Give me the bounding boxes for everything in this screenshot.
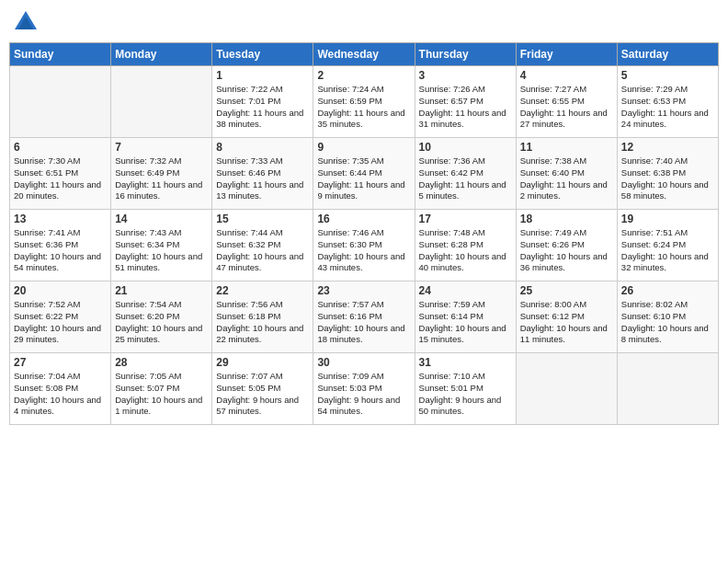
calendar-cell: 8Sunrise: 7:33 AM Sunset: 6:46 PM Daylig… — [212, 138, 313, 210]
day-info: Sunrise: 7:22 AM Sunset: 7:01 PM Dayligh… — [216, 84, 309, 131]
day-number: 18 — [520, 213, 613, 225]
day-info: Sunrise: 7:44 AM Sunset: 6:32 PM Dayligh… — [216, 227, 309, 274]
day-info: Sunrise: 7:41 AM Sunset: 6:36 PM Dayligh… — [14, 227, 107, 274]
calendar-cell: 10Sunrise: 7:36 AM Sunset: 6:42 PM Dayli… — [415, 138, 516, 210]
calendar-cell: 15Sunrise: 7:44 AM Sunset: 6:32 PM Dayli… — [212, 210, 313, 282]
week-row-5: 27Sunrise: 7:04 AM Sunset: 5:08 PM Dayli… — [10, 353, 719, 425]
day-number: 27 — [14, 356, 107, 369]
day-number: 8 — [216, 141, 309, 154]
calendar-cell: 27Sunrise: 7:04 AM Sunset: 5:08 PM Dayli… — [10, 353, 111, 425]
calendar-cell — [111, 66, 212, 138]
day-number: 22 — [216, 284, 309, 297]
day-number: 16 — [317, 213, 410, 225]
calendar-cell: 13Sunrise: 7:41 AM Sunset: 6:36 PM Dayli… — [10, 210, 111, 282]
weekday-header-wednesday: Wednesday — [313, 43, 415, 66]
day-number: 30 — [317, 356, 410, 369]
day-number: 10 — [419, 141, 512, 154]
week-row-4: 20Sunrise: 7:52 AM Sunset: 6:22 PM Dayli… — [10, 282, 719, 353]
day-info: Sunrise: 7:49 AM Sunset: 6:26 PM Dayligh… — [520, 227, 613, 274]
calendar-cell: 1Sunrise: 7:22 AM Sunset: 7:01 PM Daylig… — [212, 66, 313, 138]
day-number: 28 — [115, 356, 208, 369]
calendar-cell: 17Sunrise: 7:48 AM Sunset: 6:28 PM Dayli… — [415, 210, 516, 282]
weekday-header-sunday: Sunday — [10, 43, 111, 66]
day-number: 5 — [621, 69, 714, 82]
calendar-cell: 31Sunrise: 7:10 AM Sunset: 5:01 PM Dayli… — [415, 353, 516, 425]
calendar-cell: 26Sunrise: 8:02 AM Sunset: 6:10 PM Dayli… — [617, 282, 718, 353]
calendar-cell: 25Sunrise: 8:00 AM Sunset: 6:12 PM Dayli… — [516, 282, 617, 353]
calendar-cell: 30Sunrise: 7:09 AM Sunset: 5:03 PM Dayli… — [313, 353, 415, 425]
day-info: Sunrise: 7:46 AM Sunset: 6:30 PM Dayligh… — [317, 227, 410, 274]
day-number: 15 — [216, 213, 309, 225]
day-info: Sunrise: 7:38 AM Sunset: 6:40 PM Dayligh… — [520, 155, 613, 202]
calendar-cell: 2Sunrise: 7:24 AM Sunset: 6:59 PM Daylig… — [313, 66, 415, 138]
day-info: Sunrise: 7:30 AM Sunset: 6:51 PM Dayligh… — [14, 155, 107, 202]
calendar-cell: 18Sunrise: 7:49 AM Sunset: 6:26 PM Dayli… — [516, 210, 617, 282]
logo — [13, 9, 42, 35]
day-number: 31 — [419, 356, 512, 369]
day-info: Sunrise: 7:56 AM Sunset: 6:18 PM Dayligh… — [216, 299, 309, 346]
day-number: 1 — [216, 69, 309, 82]
day-info: Sunrise: 7:26 AM Sunset: 6:57 PM Dayligh… — [419, 84, 512, 131]
day-number: 25 — [520, 284, 613, 297]
day-info: Sunrise: 7:07 AM Sunset: 5:05 PM Dayligh… — [216, 371, 309, 418]
weekday-header-monday: Monday — [111, 43, 212, 66]
calendar-cell: 9Sunrise: 7:35 AM Sunset: 6:44 PM Daylig… — [313, 138, 415, 210]
week-row-2: 6Sunrise: 7:30 AM Sunset: 6:51 PM Daylig… — [10, 138, 719, 210]
day-number: 23 — [317, 284, 410, 297]
calendar-cell: 5Sunrise: 7:29 AM Sunset: 6:53 PM Daylig… — [617, 66, 718, 138]
day-number: 12 — [621, 141, 714, 154]
day-info: Sunrise: 7:32 AM Sunset: 6:49 PM Dayligh… — [115, 155, 208, 202]
day-info: Sunrise: 7:27 AM Sunset: 6:55 PM Dayligh… — [520, 84, 613, 131]
day-number: 24 — [419, 284, 512, 297]
calendar-cell: 4Sunrise: 7:27 AM Sunset: 6:55 PM Daylig… — [516, 66, 617, 138]
day-info: Sunrise: 7:35 AM Sunset: 6:44 PM Dayligh… — [317, 155, 410, 202]
day-info: Sunrise: 7:40 AM Sunset: 6:38 PM Dayligh… — [621, 155, 714, 202]
day-number: 20 — [14, 284, 107, 297]
day-number: 19 — [621, 213, 714, 225]
day-info: Sunrise: 7:29 AM Sunset: 6:53 PM Dayligh… — [621, 84, 714, 131]
calendar-cell: 28Sunrise: 7:05 AM Sunset: 5:07 PM Dayli… — [111, 353, 212, 425]
day-number: 26 — [621, 284, 714, 297]
day-info: Sunrise: 7:43 AM Sunset: 6:34 PM Dayligh… — [115, 227, 208, 274]
day-info: Sunrise: 7:10 AM Sunset: 5:01 PM Dayligh… — [419, 371, 512, 418]
weekday-header-thursday: Thursday — [415, 43, 516, 66]
day-number: 2 — [317, 69, 410, 82]
day-number: 13 — [14, 213, 107, 225]
logo-icon — [13, 9, 39, 35]
calendar-cell: 3Sunrise: 7:26 AM Sunset: 6:57 PM Daylig… — [415, 66, 516, 138]
calendar-table: SundayMondayTuesdayWednesdayThursdayFrid… — [9, 42, 719, 425]
calendar-cell: 16Sunrise: 7:46 AM Sunset: 6:30 PM Dayli… — [313, 210, 415, 282]
day-info: Sunrise: 7:33 AM Sunset: 6:46 PM Dayligh… — [216, 155, 309, 202]
calendar-cell — [10, 66, 111, 138]
calendar-cell: 24Sunrise: 7:59 AM Sunset: 6:14 PM Dayli… — [415, 282, 516, 353]
calendar-cell: 20Sunrise: 7:52 AM Sunset: 6:22 PM Dayli… — [10, 282, 111, 353]
day-info: Sunrise: 7:24 AM Sunset: 6:59 PM Dayligh… — [317, 84, 410, 131]
weekday-header-tuesday: Tuesday — [212, 43, 313, 66]
calendar-cell — [516, 353, 617, 425]
day-info: Sunrise: 7:04 AM Sunset: 5:08 PM Dayligh… — [14, 371, 107, 418]
day-number: 11 — [520, 141, 613, 154]
calendar-cell: 14Sunrise: 7:43 AM Sunset: 6:34 PM Dayli… — [111, 210, 212, 282]
calendar-cell: 19Sunrise: 7:51 AM Sunset: 6:24 PM Dayli… — [617, 210, 718, 282]
day-info: Sunrise: 8:00 AM Sunset: 6:12 PM Dayligh… — [520, 299, 613, 346]
calendar-cell: 29Sunrise: 7:07 AM Sunset: 5:05 PM Dayli… — [212, 353, 313, 425]
day-info: Sunrise: 7:05 AM Sunset: 5:07 PM Dayligh… — [115, 371, 208, 418]
day-info: Sunrise: 7:52 AM Sunset: 6:22 PM Dayligh… — [14, 299, 107, 346]
weekday-header-saturday: Saturday — [617, 43, 718, 66]
calendar-cell: 11Sunrise: 7:38 AM Sunset: 6:40 PM Dayli… — [516, 138, 617, 210]
calendar-cell: 22Sunrise: 7:56 AM Sunset: 6:18 PM Dayli… — [212, 282, 313, 353]
weekday-header-row: SundayMondayTuesdayWednesdayThursdayFrid… — [10, 43, 719, 66]
day-number: 17 — [419, 213, 512, 225]
day-number: 9 — [317, 141, 410, 154]
calendar-cell — [617, 353, 718, 425]
page-header — [9, 9, 719, 35]
day-number: 7 — [115, 141, 208, 154]
day-number: 21 — [115, 284, 208, 297]
week-row-3: 13Sunrise: 7:41 AM Sunset: 6:36 PM Dayli… — [10, 210, 719, 282]
day-info: Sunrise: 7:59 AM Sunset: 6:14 PM Dayligh… — [419, 299, 512, 346]
day-number: 29 — [216, 356, 309, 369]
calendar-cell: 6Sunrise: 7:30 AM Sunset: 6:51 PM Daylig… — [10, 138, 111, 210]
day-info: Sunrise: 8:02 AM Sunset: 6:10 PM Dayligh… — [621, 299, 714, 346]
week-row-1: 1Sunrise: 7:22 AM Sunset: 7:01 PM Daylig… — [10, 66, 719, 138]
day-info: Sunrise: 7:57 AM Sunset: 6:16 PM Dayligh… — [317, 299, 410, 346]
